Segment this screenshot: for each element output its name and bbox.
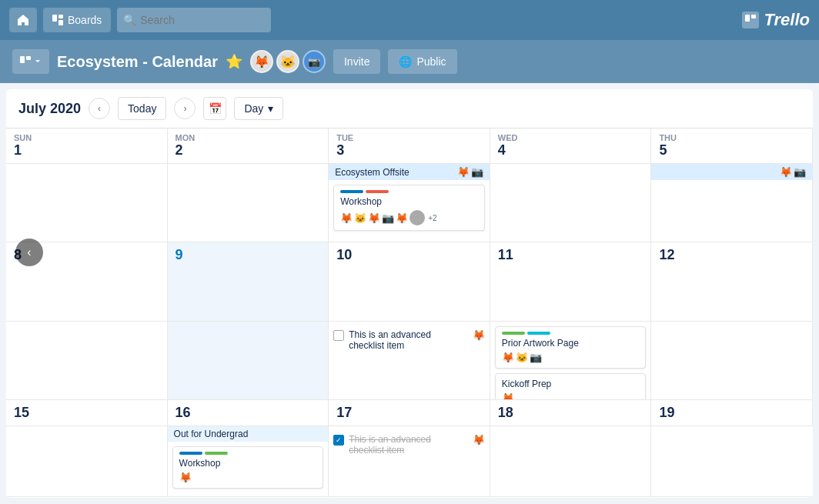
col-header-mon: MON 2 [168, 129, 329, 164]
cell-17: ✓ This is an advanced checklist item 🦊 [329, 426, 490, 497]
col-header-16: 16 [168, 400, 329, 426]
checklist-item-10[interactable]: This is an advanced checklist item 🦊 [333, 326, 485, 354]
cell-9 [168, 322, 329, 400]
next-month-button[interactable]: › [174, 98, 196, 119]
calendar-month-year: July 2020 [18, 101, 81, 117]
kickoff-prep-title: Kickoff Prep [502, 379, 640, 389]
workshop16-avatars: 🦊 [179, 472, 317, 483]
workshop-mon16-title: Workshop [179, 458, 317, 469]
workshop-title: Workshop [340, 196, 478, 207]
col-header-wed: WED 4 [490, 129, 652, 164]
star-icon[interactable]: ⭐ [226, 53, 242, 70]
cell-18 [490, 426, 652, 497]
undergrad-banner[interactable]: Out for Undergrad [168, 426, 329, 442]
col-header-11: 11 [490, 242, 652, 321]
search-wrapper: 🔍 [117, 8, 271, 32]
chevron-down-icon: ▾ [268, 102, 273, 115]
cell-thu-5: 🦊 📷 [651, 164, 813, 242]
ecosystem-offsite-label: Ecosystem Offsite [335, 167, 409, 178]
col-header-9: 9 [168, 242, 329, 321]
prev-month-button[interactable]: ‹ [89, 98, 110, 119]
svg-rect-6 [26, 56, 31, 60]
public-button[interactable]: 🌐 Public [388, 49, 456, 74]
scroll-left-button[interactable]: ‹ [15, 239, 43, 266]
col-header-10: 10 [329, 242, 490, 321]
cell-tue-3: Ecosystem Offsite 🦊 📷 Workshop 🦊 🐱 🦊 📷 [329, 164, 490, 242]
workshop16-labels [179, 452, 317, 455]
svg-rect-3 [745, 15, 750, 22]
cell-12 [651, 322, 813, 400]
cell-sun-1 [6, 164, 168, 242]
svg-rect-5 [20, 56, 25, 63]
label-cyan [527, 332, 550, 335]
invite-button[interactable]: Invite [333, 49, 380, 74]
cell-11: Prior Artwork Page 🦊 🐱 📷 Kickoff Prep 🦊 [490, 322, 652, 400]
workshop-card-tue3[interactable]: Workshop 🦊 🐱 🦊 📷 🦊 +2 [333, 185, 485, 231]
calendar-container: July 2020 ‹ Today › 📅 Day ▾ SUN 1 MON 2 … [6, 89, 813, 498]
cell-10: This is an advanced checklist item 🦊 [329, 322, 490, 400]
checkbox-checked[interactable]: ✓ [333, 435, 344, 446]
ecosystem-offsite-banner[interactable]: Ecosystem Offsite 🦊 📷 [329, 164, 490, 180]
avatar-3: 📷 [303, 50, 326, 73]
avatar-2: 🐱 [276, 50, 299, 73]
offsite-avatars: 🦊 📷 [457, 166, 483, 178]
col-header-15: 15 [6, 400, 168, 426]
svg-rect-1 [58, 15, 63, 18]
cell-16: Out for Undergrad Workshop 🦊 [168, 426, 329, 497]
prior-artwork-title: Prior Artwork Page [502, 338, 640, 349]
trello-wordmark: Trello [764, 10, 810, 30]
svg-rect-0 [52, 15, 57, 22]
label-blue [340, 190, 363, 193]
calendar-toolbar: July 2020 ‹ Today › 📅 Day ▾ [6, 89, 813, 129]
workshop-card-mon16[interactable]: Workshop 🦊 [172, 446, 324, 489]
avatar-group: 🦊 🐱 📷 [250, 50, 326, 73]
calendar-grid: SUN 1 MON 2 TUE 3 WED 4 THU 5 Ecosystem … [6, 129, 813, 497]
search-input[interactable] [117, 8, 271, 32]
card-labels [340, 190, 478, 193]
view-label: Day [244, 102, 263, 115]
checkbox-unchecked[interactable] [333, 330, 344, 341]
board-header: Ecosystem - Calendar ⭐ 🦊 🐱 📷 Invite 🌐 Pu… [0, 40, 819, 83]
col-header-12: 12 [651, 242, 813, 321]
col-header-18: 18 [490, 400, 652, 426]
top-navigation: Boards 🔍 Trello [0, 0, 819, 40]
col-header-19: 19 [651, 400, 813, 426]
more-avatars-label: +2 [428, 214, 436, 222]
cell-mon-2 [168, 164, 329, 242]
undergrad-label: Out for Undergrad [174, 429, 249, 439]
home-button[interactable] [9, 8, 37, 32]
checklist-done-text: This is an advanced checklist item [349, 434, 466, 456]
today-button[interactable]: Today [118, 97, 166, 120]
col-header-tue: TUE 3 [329, 129, 490, 164]
calendar-icon-button[interactable]: 📅 [203, 97, 226, 120]
board-title: Ecosystem - Calendar [57, 53, 218, 71]
ecosystem-offsite-banner-thu: 🦊 📷 [651, 164, 812, 180]
trello-logo-icon [742, 12, 759, 28]
view-toggle-button[interactable] [12, 49, 49, 74]
cell-8 [6, 322, 168, 400]
view-selector-button[interactable]: Day ▾ [234, 97, 283, 120]
offsite-avatars-thu: 🦊 📷 [780, 166, 806, 178]
cell-wed-4 [490, 164, 652, 242]
avatar-1: 🦊 [250, 50, 273, 73]
label-green [502, 332, 525, 335]
prior-artwork-avatars: 🦊 🐱 📷 [502, 352, 640, 363]
col-header-sun: SUN 1 [6, 129, 168, 164]
kickoff-prep-card[interactable]: Kickoff Prep 🦊 [495, 373, 647, 400]
prior-artwork-labels [502, 332, 640, 335]
label-blue-2 [179, 452, 202, 455]
public-label: Public [416, 55, 446, 68]
svg-rect-2 [58, 20, 63, 25]
label-red [366, 190, 389, 193]
globe-icon: 🌐 [399, 55, 412, 68]
svg-rect-4 [751, 15, 756, 18]
cell-15 [6, 426, 168, 497]
checklist-text: This is an advanced checklist item [349, 329, 466, 351]
boards-button[interactable]: Boards [43, 8, 111, 32]
cell-19 [651, 426, 813, 497]
prior-artwork-card[interactable]: Prior Artwork Page 🦊 🐱 📷 [495, 326, 647, 369]
boards-label: Boards [68, 14, 102, 26]
kickoff-avatars: 🦊 [502, 392, 640, 400]
trello-logo: Trello [742, 10, 810, 30]
checklist-done-17[interactable]: ✓ This is an advanced checklist item 🦊 [333, 431, 485, 459]
